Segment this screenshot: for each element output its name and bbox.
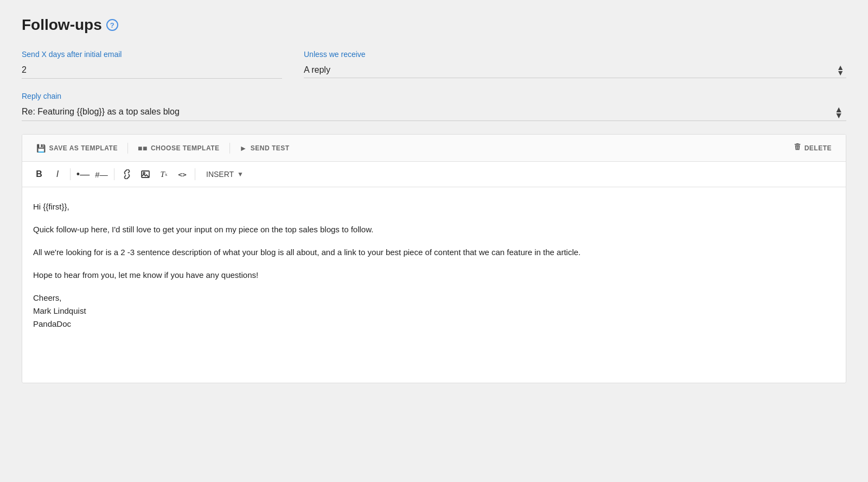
format-divider-1 bbox=[70, 168, 71, 180]
toolbar-right: DELETE bbox=[788, 140, 837, 156]
choose-template-label: CHOOSE TEMPLATE bbox=[151, 144, 220, 152]
editor-container: 💾 SAVE AS TEMPLATE ■■ CHOOSE TEMPLATE ► … bbox=[22, 134, 846, 383]
email-line-2: Quick follow-up here, I'd still love to … bbox=[33, 223, 835, 236]
unless-label: Unless we receive bbox=[304, 50, 846, 59]
numbered-list-button[interactable]: #— bbox=[93, 166, 110, 182]
image-button[interactable] bbox=[137, 166, 154, 182]
email-line-4: Hope to hear from you, let me know if yo… bbox=[33, 269, 835, 282]
bold-button[interactable]: B bbox=[31, 166, 47, 182]
days-label: Send X days after initial email bbox=[22, 50, 282, 59]
email-cheers: Cheers, bbox=[33, 293, 62, 302]
insert-label: INSERT bbox=[206, 170, 234, 179]
email-signature: Cheers, Mark Lindquist PandaDoc bbox=[33, 291, 835, 331]
reply-chain-section: Reply chain Re: Featuring {{blog}} as a … bbox=[22, 92, 846, 121]
format-toolbar: B I •— #— Tx <> INSERT ▼ bbox=[22, 162, 846, 187]
email-name: Mark Lindquist bbox=[33, 306, 86, 315]
send-test-icon: ► bbox=[240, 144, 247, 153]
save-template-icon: 💾 bbox=[36, 144, 46, 153]
send-test-button[interactable]: ► SEND TEST bbox=[234, 141, 295, 156]
link-button[interactable] bbox=[119, 166, 135, 182]
email-company: PandaDoc bbox=[33, 319, 71, 328]
clear-format-button[interactable]: Tx bbox=[156, 166, 172, 182]
bullet-list-button[interactable]: •— bbox=[75, 166, 91, 182]
insert-button[interactable]: INSERT ▼ bbox=[200, 167, 250, 182]
unless-select-wrapper: A reply An open A click ▲▼ bbox=[304, 63, 846, 78]
choose-template-icon: ■■ bbox=[138, 144, 148, 153]
svg-point-1 bbox=[143, 173, 145, 174]
editor-toolbar: 💾 SAVE AS TEMPLATE ■■ CHOOSE TEMPLATE ► … bbox=[22, 135, 846, 162]
italic-button[interactable]: I bbox=[49, 166, 66, 182]
page-title: Follow-ups ? bbox=[22, 16, 846, 34]
help-icon[interactable]: ? bbox=[106, 19, 118, 31]
form-row: Send X days after initial email Unless w… bbox=[22, 50, 846, 79]
email-body[interactable]: Hi {{first}}, Quick follow-up here, I'd … bbox=[22, 187, 846, 383]
code-button[interactable]: <> bbox=[174, 166, 190, 182]
save-template-button[interactable]: 💾 SAVE AS TEMPLATE bbox=[31, 141, 123, 156]
unless-select[interactable]: A reply An open A click bbox=[304, 63, 846, 78]
format-divider-2 bbox=[114, 168, 114, 180]
send-test-label: SEND TEST bbox=[251, 144, 290, 152]
email-line-1: Hi {{first}}, bbox=[33, 200, 835, 213]
delete-button[interactable]: DELETE bbox=[788, 140, 837, 156]
delete-icon bbox=[794, 143, 801, 153]
toolbar-left: 💾 SAVE AS TEMPLATE ■■ CHOOSE TEMPLATE ► … bbox=[31, 141, 788, 156]
reply-chain-select[interactable]: Re: Featuring {{blog}} as a top sales bl… bbox=[22, 104, 846, 121]
toolbar-divider-1 bbox=[127, 143, 128, 154]
reply-chain-label: Reply chain bbox=[22, 92, 846, 100]
format-divider-3 bbox=[195, 168, 195, 180]
insert-arrow-icon: ▼ bbox=[237, 170, 244, 178]
delete-label: DELETE bbox=[805, 144, 832, 152]
reply-chain-select-wrapper: Re: Featuring {{blog}} as a top sales bl… bbox=[22, 104, 846, 121]
days-group: Send X days after initial email bbox=[22, 50, 282, 79]
save-template-label: SAVE AS TEMPLATE bbox=[49, 144, 118, 152]
days-input[interactable] bbox=[22, 63, 282, 79]
toolbar-divider-2 bbox=[229, 143, 230, 154]
choose-template-button[interactable]: ■■ CHOOSE TEMPLATE bbox=[132, 141, 225, 156]
email-line-3: All we're looking for is a 2 -3 sentence… bbox=[33, 246, 835, 259]
title-text: Follow-ups bbox=[22, 16, 102, 34]
unless-group: Unless we receive A reply An open A clic… bbox=[304, 50, 846, 78]
